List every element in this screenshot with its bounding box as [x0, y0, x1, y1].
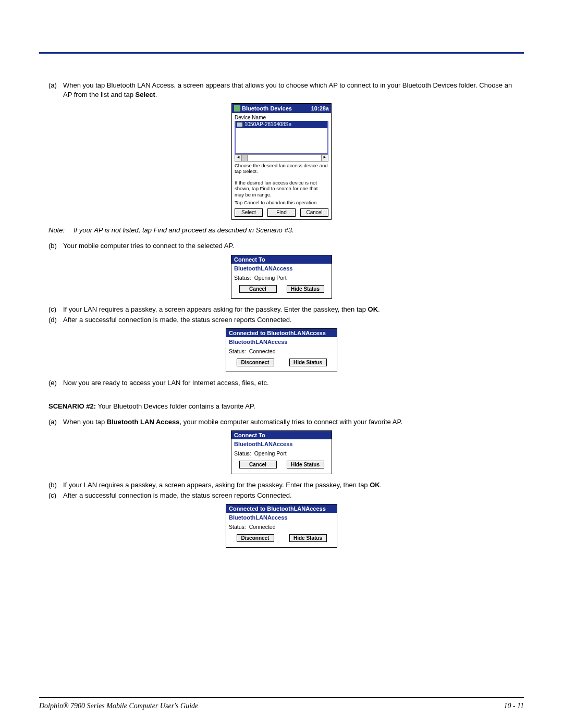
top-rule: [39, 52, 524, 54]
step-c1: (c) If your LAN requires a passkey, a sc…: [48, 305, 515, 314]
window-title: Bluetooth Devices: [242, 105, 311, 112]
connect-to-window: Connect To BluetoothLANAccess Status: Op…: [231, 255, 332, 299]
connected-window: Connected to BluetoothLANAccess Bluetoot…: [226, 504, 337, 548]
instruction-2: If the desired lan access device is not …: [232, 179, 331, 199]
bold: Select: [136, 91, 155, 98]
footer-right: 10 - 11: [504, 702, 524, 710]
step-d1: (d) After a successful connection is mad…: [48, 315, 515, 325]
marker: (b): [48, 480, 63, 490]
hide-status-button[interactable]: Hide Status: [287, 461, 324, 468]
connection-name: BluetoothLANAccess: [226, 337, 337, 348]
marker: (e): [48, 378, 63, 388]
bluetooth-devices-screenshot: Bluetooth Devices 10:28a Device Name 105…: [48, 103, 515, 220]
scenario-label: SCENARIO #2:: [48, 402, 96, 410]
status-label: Status:: [229, 348, 246, 354]
step-b1: (b) Your mobile computer tries to connec…: [48, 241, 515, 251]
column-header: Device Name: [232, 113, 331, 121]
status-value: Opening Port: [254, 275, 287, 281]
button-row: Cancel Hide Status: [231, 285, 332, 298]
instruction-1: Choose the desired lan access device and…: [232, 162, 331, 176]
marker: (b): [48, 241, 63, 251]
scroll-left-button[interactable]: ◄: [235, 155, 242, 161]
scroll-right-button[interactable]: ►: [321, 155, 328, 161]
text: If your LAN requires a passkey, a screen…: [63, 305, 515, 314]
status-value: Opening Port: [254, 450, 287, 456]
note-label: Note:: [48, 226, 74, 234]
marker: (d): [48, 315, 63, 325]
device-name: 1050AP-2816408Se: [244, 121, 291, 128]
status-label: Status:: [234, 275, 251, 281]
pre: When you tap: [63, 418, 107, 426]
status-label: Status:: [234, 450, 251, 456]
marker: (c): [48, 305, 63, 314]
text: If your LAN requires a passkey, a screen…: [63, 480, 515, 490]
connection-name: BluetoothLANAccess: [231, 439, 332, 450]
marker: (c): [48, 491, 63, 500]
post: , your mobile computer automatically tri…: [179, 418, 402, 426]
marker: (a): [48, 81, 63, 99]
ap-icon: [237, 122, 243, 127]
footer-left: Dolphin® 7900 Series Mobile Computer Use…: [39, 702, 198, 710]
hide-status-button[interactable]: Hide Status: [289, 359, 327, 366]
step-a1: (a) When you tap Bluetooth LAN Access, a…: [48, 81, 515, 99]
bold: OK: [368, 305, 378, 313]
bold: Bluetooth LAN Access: [107, 418, 180, 426]
connect-to-screenshot-1: Connect To BluetoothLANAccess Status: Op…: [48, 255, 515, 299]
find-button[interactable]: Find: [267, 208, 296, 217]
post: .: [378, 305, 380, 313]
post: .: [380, 481, 382, 489]
status-row: Status: Connected: [226, 348, 337, 359]
scenario-2: SCENARIO #2: Your Bluetooth Devices fold…: [48, 402, 515, 410]
hide-status-button[interactable]: Hide Status: [289, 534, 327, 542]
scroll-track[interactable]: [248, 155, 321, 161]
page-footer: Dolphin® 7900 Series Mobile Computer Use…: [39, 702, 524, 710]
window-title: Connected to BluetoothLANAccess: [226, 504, 337, 513]
disconnect-button[interactable]: Disconnect: [237, 534, 274, 542]
device-listbox[interactable]: 1050AP-2816408Se: [235, 121, 328, 154]
connected-screenshot-2: Connected to BluetoothLANAccess Bluetoot…: [48, 504, 515, 548]
note-text: If your AP is not listed, tap Find and p…: [74, 226, 294, 234]
disconnect-button[interactable]: Disconnect: [237, 359, 274, 366]
status-value: Connected: [249, 348, 276, 354]
window-title: Connected to BluetoothLANAccess: [226, 329, 337, 337]
button-row: Select Find Cancel: [232, 206, 331, 219]
status-row: Status: Opening Port: [231, 275, 332, 285]
status-value: Connected: [249, 524, 276, 530]
devices-icon: [234, 105, 240, 112]
step-a2: (a) When you tap Bluetooth LAN Access, y…: [48, 417, 515, 427]
button-row: Disconnect Hide Status: [226, 534, 337, 547]
bold: OK: [370, 481, 380, 489]
pre: When you tap Bluetooth LAN Access, a scr…: [63, 81, 512, 98]
connection-name: BluetoothLANAccess: [226, 513, 337, 524]
cancel-button[interactable]: Cancel: [239, 285, 277, 293]
step-e1: (e) Now you are ready to access your LAN…: [48, 378, 515, 388]
pre: If your LAN requires a passkey, a screen…: [63, 481, 370, 489]
bt-devices-window: Bluetooth Devices 10:28a Device Name 105…: [231, 103, 332, 220]
device-row-selected[interactable]: 1050AP-2816408Se: [236, 121, 327, 128]
text: Now you are ready to access your LAN for…: [63, 378, 515, 388]
instruction-3: Tap Cancel to abandon this operation.: [232, 199, 331, 206]
marker: (a): [48, 417, 63, 427]
connected-window: Connected to BluetoothLANAccess Bluetoot…: [226, 328, 337, 372]
status-row: Status: Opening Port: [231, 450, 332, 461]
scenario-text: Your Bluetooth Devices folder contains a…: [96, 402, 255, 410]
note: Note: If your AP is not listed, tap Find…: [48, 226, 515, 234]
clock: 10:28a: [311, 105, 329, 112]
button-row: Cancel Hide Status: [231, 461, 332, 474]
cancel-button[interactable]: Cancel: [300, 208, 328, 217]
scroll-thumb[interactable]: [242, 155, 248, 161]
select-button[interactable]: Select: [235, 208, 263, 217]
text: Your mobile computer tries to connect to…: [63, 241, 515, 251]
connected-screenshot-1: Connected to BluetoothLANAccess Bluetoot…: [48, 328, 515, 372]
window-title: Connect To: [231, 431, 332, 439]
horizontal-scrollbar[interactable]: ◄ ►: [235, 154, 328, 162]
text: After a successful connection is made, t…: [63, 491, 515, 500]
step-b2: (b) If your LAN requires a passkey, a sc…: [48, 480, 515, 490]
hide-status-button[interactable]: Hide Status: [287, 285, 324, 293]
text: After a successful connection is made, t…: [63, 315, 515, 325]
status-label: Status:: [229, 524, 246, 530]
window-title: Connect To: [231, 255, 332, 264]
button-row: Disconnect Hide Status: [226, 359, 337, 372]
status-row: Status: Connected: [226, 524, 337, 534]
cancel-button[interactable]: Cancel: [239, 461, 277, 468]
